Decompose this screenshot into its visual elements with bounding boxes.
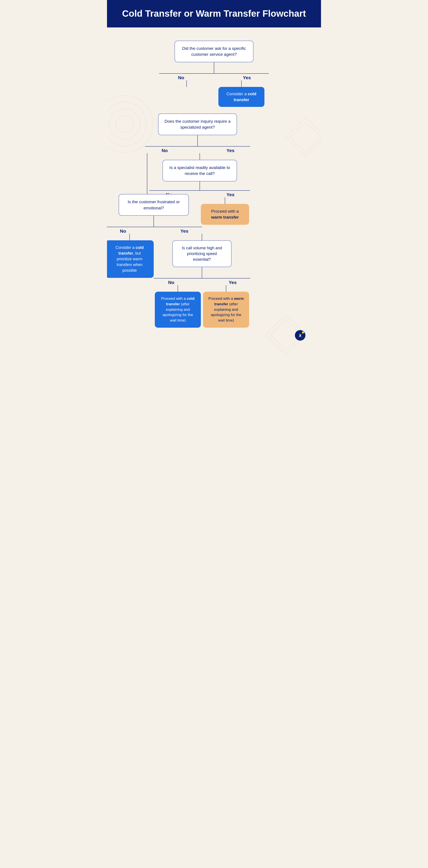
q1-section: Did the customer ask for a specific cust… [124,40,304,107]
q3-hline-container [149,190,250,191]
r4-box: Proceed with a cold transfer (after expl… [155,292,201,328]
q1-vline [214,62,214,73]
q2-labels: No Yes [145,148,250,153]
q3-yes-vline [225,197,225,204]
q5-no-label: No [154,280,189,285]
q5-hline-container [154,278,250,279]
q2-hline-container [145,146,250,147]
q5-labels: No Yes [154,280,250,285]
q5-yes-label: Yes [215,280,250,285]
q5-no-vline [177,285,178,292]
q4-labels: No Yes [107,228,202,234]
q1-no-branch [159,80,214,87]
q4-text: Is the customer frustrated or emotional? [128,199,180,210]
q5-no-branch: Proceed with a cold transfer (after expl… [154,285,202,328]
q4-yes-label: Yes [167,228,202,234]
q4-no-branch: Consider a cold transfer, but prioritize… [107,234,154,278]
logo-area: x [116,328,312,345]
q5-hline [154,278,250,279]
q4-no-label: No [107,228,140,234]
q5-yes-branch: Proceed with a warm transfer (after expl… [202,285,250,328]
q3-hline [149,190,250,191]
q4-hline [107,227,202,227]
q2-hline [145,146,250,147]
r2-box: Proceed with a warm transfer [201,204,249,225]
r5-box: Proceed with a warm transfer (after expl… [203,292,249,328]
q1-yes-branch: Consider a cold transfer [214,80,269,107]
q4-branches: Consider a cold transfer, but prioritize… [107,234,202,328]
q4-vline [154,216,154,227]
q4-box: Is the customer frustrated or emotional? [119,194,189,216]
q3-text: Is a specialist readily available to rec… [169,165,230,176]
q1-hline-container [159,73,269,74]
q5-box: Is call volume high and prioritizing spe… [172,240,232,267]
q1-yes-vline [241,80,242,87]
q4-yes-vline [202,234,202,240]
r4-bold: cold transfer [166,297,195,306]
q1-hline [159,73,269,74]
q3-yes-branch: Proceed with a warm transfer [200,197,250,225]
flowchart: Did the customer ask for a specific cust… [124,40,304,328]
q1-no-label: No [159,75,203,80]
q1-text: Did the customer ask for a specific cust… [182,46,246,57]
q2-no-label: No [145,148,185,153]
q1-branches: Consider a cold transfer [159,80,269,107]
q4-hline-container [107,227,202,227]
q2-text: Does the customer inquiry require a spec… [165,119,231,130]
q3-yes-label: Yes [211,192,250,197]
r2-bold: warm transfer [211,215,239,219]
q5-yes-vline [226,285,226,292]
page-header: Cold Transfer or Warm Transfer Flowchart [107,0,321,27]
r3-box: Consider a cold transfer, but prioritize… [107,240,154,278]
q1-box: Did the customer ask for a specific cust… [174,40,254,62]
r1-box: Consider a cold transfer [219,87,264,107]
q1-labels: No Yes [159,75,269,80]
q1-yes-label: Yes [225,75,269,80]
q1-no-vline [186,80,187,87]
q3-vline [200,182,200,190]
q2-yes-label: Yes [211,148,250,153]
page-title: Cold Transfer or Warm Transfer Flowchart [120,8,308,20]
q5-branches: Proceed with a cold transfer (after expl… [154,285,250,328]
spacer1 [124,107,304,114]
r3-bold: cold transfer [119,245,144,255]
q2-box: Does the customer inquiry require a spec… [158,114,237,135]
svg-text:x: x [299,333,302,338]
q4-yes-branch: Is call volume high and prioritizing spe… [154,234,250,328]
flowchart-body: Did the customer ask for a specific cust… [107,27,321,363]
q5-vline [202,267,202,278]
r5-bold: warm transfer [214,297,244,306]
q4-no-vline [129,234,130,240]
q5-text: Is call volume high and prioritizing spe… [182,246,222,261]
r1-bold: cold transfer [234,92,256,102]
q2-yes-vline [200,153,200,160]
q2-vline [197,135,198,146]
svg-point-10 [302,332,304,334]
xero-logo: x [295,330,306,341]
q3-box: Is a specialist readily available to rec… [162,160,237,182]
